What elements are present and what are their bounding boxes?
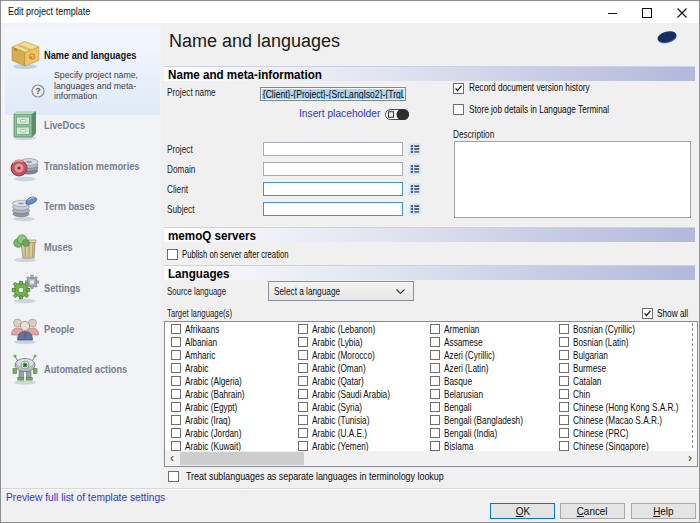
scrollbar-thumb[interactable] — [180, 452, 304, 465]
language-checkbox[interactable] — [430, 376, 440, 386]
client-field-input[interactable] — [263, 182, 403, 196]
project-name-selection: {Client}-{Project}-{SrcLangIso2}-{TrgL — [262, 89, 404, 99]
language-item: Arabic (Egypt) — [171, 402, 301, 414]
sidebar-item-automated-actions[interactable]: Automated actions — [5, 350, 160, 388]
sidebar-item-livedocs[interactable]: LiveDocs — [5, 106, 160, 144]
sidebar-item-people[interactable]: People — [5, 310, 160, 348]
language-checkbox[interactable] — [171, 350, 181, 360]
domain-list-picker-icon[interactable] — [409, 163, 421, 175]
insert-placeholder-toggle[interactable] — [385, 109, 409, 120]
source-language-dropdown[interactable]: Select a language — [268, 281, 414, 301]
maximize-icon — [642, 8, 652, 18]
close-button[interactable] — [668, 4, 696, 21]
minimize-button[interactable] — [598, 4, 626, 21]
treat-sublanguages-label: Treat sublanguages as separate languages… — [186, 470, 444, 483]
subject-field-input[interactable] — [263, 202, 403, 216]
language-checkbox[interactable] — [430, 337, 440, 347]
language-checkbox[interactable] — [430, 350, 440, 360]
project-list-picker-icon[interactable] — [409, 143, 421, 155]
language-checkbox[interactable] — [298, 363, 308, 373]
language-checkbox[interactable] — [298, 337, 308, 347]
sidebar-item-term-bases[interactable]: Term bases — [5, 187, 160, 225]
client-list-picker-icon[interactable] — [409, 183, 421, 195]
help-button[interactable]: Help — [631, 503, 696, 519]
language-checkbox[interactable] — [298, 428, 308, 438]
domain-field-input[interactable] — [263, 162, 403, 176]
language-label: Bosnian (Cyrillic) — [573, 323, 635, 336]
source-language-label: Source language — [167, 285, 226, 298]
language-checkbox[interactable] — [298, 350, 308, 360]
language-label: Arabic (Syria) — [312, 401, 362, 414]
language-checkbox[interactable] — [559, 363, 569, 373]
sidebar-item-label: Translation memories — [44, 160, 140, 173]
preview-template-settings-link[interactable]: Preview full list of template settings — [6, 491, 165, 504]
cancel-button[interactable]: Cancel — [560, 503, 625, 519]
language-checkbox[interactable] — [298, 389, 308, 399]
language-item: Chin — [559, 389, 689, 401]
language-checkbox[interactable] — [559, 350, 569, 360]
language-item: Azeri (Cyrillic) — [430, 350, 560, 362]
description-textarea[interactable] — [454, 141, 691, 218]
language-item: Arabic (Lebanon) — [298, 324, 428, 336]
language-checkbox[interactable] — [298, 402, 308, 412]
record-version-history-checkbox[interactable] — [453, 83, 464, 94]
language-label: Bengali (Bangladesh) — [444, 414, 523, 427]
language-item: Chinese (Hong Kong S.A.R.) — [559, 402, 689, 414]
language-checkbox[interactable] — [559, 337, 569, 347]
language-checkbox[interactable] — [559, 402, 569, 412]
treat-sublanguages-checkbox[interactable] — [168, 471, 179, 482]
show-all-checkbox[interactable] — [642, 308, 653, 319]
language-checkbox[interactable] — [171, 363, 181, 373]
sidebar-item-name-and-languages[interactable]: Name and languages ? Specify project nam… — [5, 29, 160, 115]
language-checkbox[interactable] — [430, 402, 440, 412]
language-checkbox[interactable] — [171, 324, 181, 334]
language-checkbox[interactable] — [171, 376, 181, 386]
language-checkbox[interactable] — [559, 324, 569, 334]
store-job-details-checkbox[interactable] — [453, 104, 464, 115]
language-checkbox[interactable] — [430, 324, 440, 334]
language-checkbox[interactable] — [171, 337, 181, 347]
scroll-right-icon[interactable]: › — [683, 451, 697, 466]
minimize-icon — [608, 8, 617, 18]
language-checkbox[interactable] — [430, 389, 440, 399]
scroll-left-icon[interactable]: ‹ — [165, 451, 179, 466]
language-checkbox[interactable] — [171, 428, 181, 438]
project-name-input[interactable]: {Client}-{Project}-{SrcLangIso2}-{TrgL — [260, 87, 406, 101]
language-checkbox[interactable] — [559, 441, 569, 451]
horizontal-scrollbar[interactable]: ‹ › — [165, 451, 697, 466]
maximize-button[interactable] — [633, 4, 661, 21]
language-checkbox[interactable] — [559, 415, 569, 425]
language-checkbox[interactable] — [171, 415, 181, 425]
memoq-logo-icon — [656, 30, 678, 44]
subject-list-picker-icon[interactable] — [409, 203, 421, 215]
publish-on-server-checkbox[interactable] — [167, 249, 178, 260]
insert-placeholder-link[interactable]: Insert placeholder — [299, 107, 380, 120]
language-checkbox[interactable] — [298, 324, 308, 334]
language-checkbox[interactable] — [298, 441, 308, 451]
language-checkbox[interactable] — [559, 376, 569, 386]
language-checkbox[interactable] — [171, 389, 181, 399]
language-item: Burmese — [559, 363, 689, 375]
language-checkbox[interactable] — [171, 402, 181, 412]
language-label: Burmese — [573, 362, 606, 375]
sidebar-item-settings[interactable]: Settings — [5, 269, 160, 307]
language-checkbox[interactable] — [298, 376, 308, 386]
language-label: Chinese (PRC) — [573, 427, 628, 440]
sidebar-item-translation-memories[interactable]: Translation memories — [5, 147, 160, 185]
language-checkbox[interactable] — [298, 415, 308, 425]
sidebar-item-label: People — [44, 323, 74, 336]
language-checkbox[interactable] — [430, 415, 440, 425]
ok-button[interactable]: OK — [490, 503, 555, 519]
language-checkbox[interactable] — [430, 428, 440, 438]
language-label: Arabic (Oman) — [312, 362, 366, 375]
project-field-input[interactable] — [263, 142, 403, 156]
language-checkbox[interactable] — [171, 441, 181, 451]
sidebar-item-muses[interactable]: Muses — [5, 228, 160, 266]
language-label: Arabic (Tunisia) — [312, 414, 369, 427]
language-checkbox[interactable] — [430, 441, 440, 451]
language-checkbox[interactable] — [430, 363, 440, 373]
title-bar: Edit project template — [1, 1, 699, 23]
description-label: Description — [453, 128, 494, 141]
language-checkbox[interactable] — [559, 428, 569, 438]
language-checkbox[interactable] — [559, 389, 569, 399]
